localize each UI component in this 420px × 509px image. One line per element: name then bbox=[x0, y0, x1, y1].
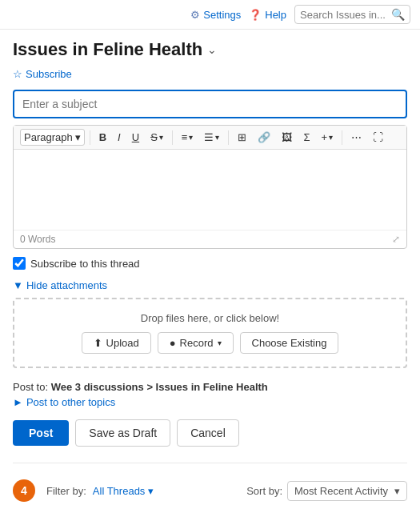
toolbar-sep-1 bbox=[90, 130, 90, 145]
subscribe-thread-checkbox[interactable] bbox=[13, 257, 26, 270]
toolbar-sep-2 bbox=[172, 130, 173, 145]
attachments-toggle[interactable]: ▼ Hide attachments bbox=[13, 279, 407, 291]
top-bar: ⚙ Settings ❓ Help 🔍 bbox=[0, 0, 420, 30]
chevron-down-icon: ▼ bbox=[13, 279, 23, 291]
settings-link[interactable]: ⚙ Settings bbox=[190, 9, 241, 21]
post-button[interactable]: Post bbox=[13, 420, 69, 446]
subject-input[interactable] bbox=[13, 90, 407, 118]
subscribe-label: Subscribe bbox=[26, 68, 72, 80]
help-link[interactable]: ❓ Help bbox=[249, 9, 286, 21]
upload-button[interactable]: ⬆ Upload bbox=[82, 332, 151, 354]
italic-button[interactable]: I bbox=[114, 129, 125, 146]
search-input[interactable] bbox=[300, 9, 388, 21]
choose-existing-label: Choose Existing bbox=[252, 337, 327, 349]
all-threads-dropdown-icon: ▾ bbox=[148, 485, 154, 497]
paragraph-label: Paragraph bbox=[24, 131, 73, 143]
help-label: Help bbox=[265, 9, 286, 21]
strikethrough-button[interactable]: S ▾ bbox=[146, 129, 167, 146]
subscribe-checkbox-row: Subscribe to this thread bbox=[13, 257, 407, 270]
thread-count-badge: 4 bbox=[13, 479, 35, 502]
main-content: Issues in Feline Health ⌄ ☆ Subscribe Pa… bbox=[0, 30, 420, 509]
upload-icon: ⬆ bbox=[94, 337, 102, 349]
list-button[interactable]: ☰ ▾ bbox=[200, 129, 223, 146]
link-button[interactable]: 🔗 bbox=[254, 129, 274, 146]
filter-by-label: Filter by: bbox=[46, 485, 86, 497]
underline-button[interactable]: U bbox=[128, 129, 143, 146]
drop-zone-text: Drop files here, or click below! bbox=[27, 312, 393, 324]
record-dropdown-icon: ▾ bbox=[218, 339, 222, 347]
search-icon[interactable]: 🔍 bbox=[391, 8, 405, 21]
filter-left: 4 Filter by: All Threads ▾ bbox=[13, 479, 154, 502]
sort-select[interactable]: Most Recent Activity ▾ bbox=[287, 481, 407, 501]
cancel-button[interactable]: Cancel bbox=[177, 419, 239, 447]
post-to-other-label: Post to other topics bbox=[26, 396, 115, 408]
record-button[interactable]: ● Record ▾ bbox=[158, 332, 234, 354]
sort-dropdown-icon: ▾ bbox=[394, 485, 400, 497]
paragraph-select[interactable]: Paragraph ▾ bbox=[20, 129, 85, 146]
drop-zone[interactable]: Drop files here, or click below! ⬆ Uploa… bbox=[13, 298, 407, 368]
gear-icon: ⚙ bbox=[190, 9, 200, 21]
page-title-row: Issues in Feline Health ⌄ bbox=[13, 39, 407, 60]
word-count-label: 0 Words bbox=[20, 234, 55, 245]
record-icon: ● bbox=[170, 337, 176, 349]
sort-by-label: Sort by: bbox=[246, 485, 282, 497]
record-label: Record bbox=[180, 337, 214, 349]
editor-toolbar: Paragraph ▾ B I U S ▾ ≡ ▾ ☰ ▾ ⊞ 🔗 🖼 bbox=[14, 126, 406, 150]
toolbar-sep-3 bbox=[228, 130, 229, 145]
action-buttons: Post Save as Draft Cancel bbox=[13, 419, 407, 447]
page-title: Issues in Feline Health bbox=[13, 39, 202, 60]
more-button[interactable]: ⋯ bbox=[347, 129, 366, 146]
strikethrough-dropdown-icon: ▾ bbox=[159, 133, 163, 142]
hide-attachments-label: Hide attachments bbox=[26, 279, 107, 291]
save-draft-button[interactable]: Save as Draft bbox=[75, 419, 170, 447]
subscribe-thread-label: Subscribe to this thread bbox=[30, 258, 140, 270]
paragraph-dropdown-icon: ▾ bbox=[75, 131, 81, 143]
editor-word-count: 0 Words ⤢ bbox=[14, 230, 406, 248]
filter-threads-dropdown[interactable]: All Threads ▾ bbox=[93, 485, 154, 497]
editor-container: Paragraph ▾ B I U S ▾ ≡ ▾ ☰ ▾ ⊞ 🔗 🖼 bbox=[13, 125, 407, 249]
image-button[interactable]: 🖼 bbox=[278, 129, 296, 146]
post-to-other[interactable]: ► Post to other topics bbox=[13, 396, 407, 408]
divider bbox=[13, 463, 407, 463]
help-icon: ❓ bbox=[249, 9, 262, 21]
post-to-prefix: Post to: bbox=[13, 381, 48, 393]
star-icon: ☆ bbox=[13, 68, 22, 80]
plus-button[interactable]: + ▾ bbox=[317, 129, 337, 146]
toolbar-sep-4 bbox=[342, 130, 342, 145]
align-button[interactable]: ≡ ▾ bbox=[178, 129, 198, 146]
table-button[interactable]: ⊞ bbox=[234, 129, 250, 146]
upload-label: Upload bbox=[106, 337, 139, 349]
all-threads-label: All Threads bbox=[93, 485, 146, 497]
subscribe-link[interactable]: ☆ Subscribe bbox=[13, 68, 407, 80]
formula-button[interactable]: Σ bbox=[299, 129, 314, 146]
resize-handle[interactable]: ⤢ bbox=[392, 234, 400, 245]
bold-button[interactable]: B bbox=[95, 129, 110, 146]
sort-option-label: Most Recent Activity bbox=[294, 485, 388, 497]
search-box: 🔍 bbox=[294, 5, 410, 24]
chevron-right-icon: ► bbox=[13, 396, 23, 408]
title-dropdown-icon[interactable]: ⌄ bbox=[207, 43, 217, 56]
settings-label: Settings bbox=[203, 9, 241, 21]
filter-right: Sort by: Most Recent Activity ▾ bbox=[246, 481, 407, 501]
choose-existing-button[interactable]: Choose Existing bbox=[240, 332, 339, 354]
filter-row: 4 Filter by: All Threads ▾ Sort by: Most… bbox=[13, 473, 407, 508]
editor-body[interactable] bbox=[14, 150, 406, 230]
expand-button[interactable]: ⛶ bbox=[369, 129, 387, 146]
post-to-path: Wee 3 discussions > Issues in Feline Hea… bbox=[51, 381, 268, 393]
drop-zone-buttons: ⬆ Upload ● Record ▾ Choose Existing bbox=[27, 332, 393, 354]
post-to-section: Post to: Wee 3 discussions > Issues in F… bbox=[13, 381, 407, 408]
